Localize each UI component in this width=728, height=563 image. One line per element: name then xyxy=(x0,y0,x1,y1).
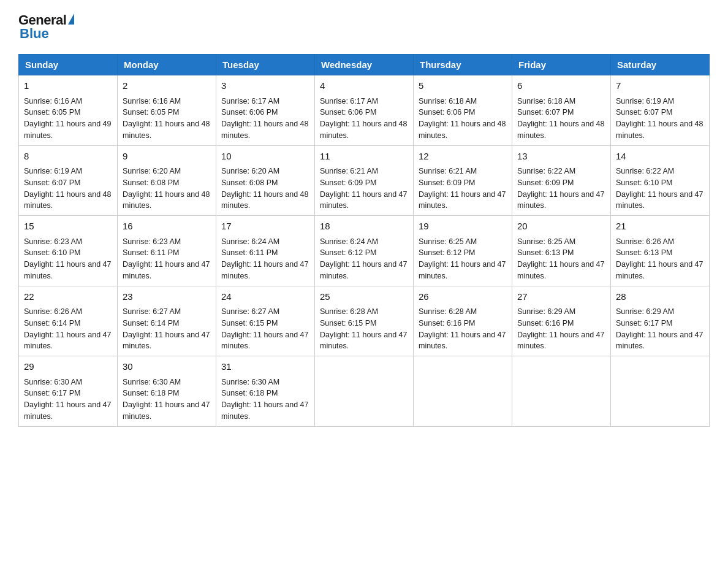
sunset-text: Sunset: 6:16 PM xyxy=(517,318,605,329)
day-number: 26 xyxy=(419,290,507,304)
daylight-text: Daylight: 11 hours and 47 minutes. xyxy=(320,329,408,353)
sunset-text: Sunset: 6:14 PM xyxy=(123,318,211,329)
calendar-cell xyxy=(611,356,710,427)
sunrise-text: Sunrise: 6:26 AM xyxy=(24,306,112,318)
calendar-cell: 10Sunrise: 6:20 AMSunset: 6:08 PMDayligh… xyxy=(216,145,315,216)
daylight-text: Daylight: 11 hours and 48 minutes. xyxy=(123,189,211,212)
calendar-cell xyxy=(512,356,611,427)
daylight-text: Daylight: 11 hours and 47 minutes. xyxy=(221,329,309,353)
daylight-text: Daylight: 11 hours and 47 minutes. xyxy=(123,329,211,353)
sunset-text: Sunset: 6:17 PM xyxy=(24,388,112,399)
daylight-text: Daylight: 11 hours and 47 minutes. xyxy=(123,259,211,282)
sunrise-text: Sunrise: 6:27 AM xyxy=(221,306,309,318)
calendar-cell: 11Sunrise: 6:21 AMSunset: 6:09 PMDayligh… xyxy=(315,145,414,216)
sunset-text: Sunset: 6:07 PM xyxy=(616,107,704,118)
sunrise-text: Sunrise: 6:16 AM xyxy=(24,96,112,107)
daylight-text: Daylight: 11 hours and 47 minutes. xyxy=(221,399,309,423)
sunrise-text: Sunrise: 6:25 AM xyxy=(419,236,507,248)
day-number: 7 xyxy=(616,79,704,93)
calendar-cell: 14Sunrise: 6:22 AMSunset: 6:10 PMDayligh… xyxy=(611,145,710,216)
sunrise-text: Sunrise: 6:30 AM xyxy=(24,377,112,388)
calendar-cell: 16Sunrise: 6:23 AMSunset: 6:11 PMDayligh… xyxy=(118,216,216,286)
day-number: 18 xyxy=(320,220,408,234)
sunrise-text: Sunrise: 6:19 AM xyxy=(24,166,112,177)
calendar-cell: 31Sunrise: 6:30 AMSunset: 6:18 PMDayligh… xyxy=(216,356,315,427)
week-row-4: 22Sunrise: 6:26 AMSunset: 6:14 PMDayligh… xyxy=(19,286,710,356)
day-number: 4 xyxy=(320,79,408,93)
day-number: 21 xyxy=(616,220,704,234)
sunset-text: Sunset: 6:11 PM xyxy=(123,247,211,259)
day-number: 25 xyxy=(320,290,408,304)
sunset-text: Sunset: 6:09 PM xyxy=(517,177,605,189)
calendar-cell: 19Sunrise: 6:25 AMSunset: 6:12 PMDayligh… xyxy=(414,216,512,286)
daylight-text: Daylight: 11 hours and 48 minutes. xyxy=(123,118,211,142)
daylight-text: Daylight: 11 hours and 47 minutes. xyxy=(24,399,112,423)
day-number: 17 xyxy=(221,220,309,234)
sunrise-text: Sunrise: 6:23 AM xyxy=(123,236,211,248)
sunset-text: Sunset: 6:06 PM xyxy=(419,107,507,118)
sunrise-text: Sunrise: 6:28 AM xyxy=(320,306,408,318)
day-number: 15 xyxy=(24,220,112,234)
sunset-text: Sunset: 6:09 PM xyxy=(320,177,408,189)
sunset-text: Sunset: 6:06 PM xyxy=(320,107,408,118)
logo: General Blue xyxy=(18,12,74,42)
calendar-cell: 20Sunrise: 6:25 AMSunset: 6:13 PMDayligh… xyxy=(512,216,611,286)
header-tuesday: Tuesday xyxy=(216,55,315,75)
calendar-cell: 27Sunrise: 6:29 AMSunset: 6:16 PMDayligh… xyxy=(512,286,611,356)
daylight-text: Daylight: 11 hours and 48 minutes. xyxy=(221,118,309,142)
daylight-text: Daylight: 11 hours and 47 minutes. xyxy=(419,189,507,212)
calendar-cell: 22Sunrise: 6:26 AMSunset: 6:14 PMDayligh… xyxy=(19,286,118,356)
sunrise-text: Sunrise: 6:27 AM xyxy=(123,306,211,318)
sunrise-text: Sunrise: 6:24 AM xyxy=(221,236,309,248)
sunrise-text: Sunrise: 6:29 AM xyxy=(517,306,605,318)
sunrise-text: Sunrise: 6:21 AM xyxy=(320,166,408,177)
week-row-5: 29Sunrise: 6:30 AMSunset: 6:17 PMDayligh… xyxy=(19,356,710,427)
daylight-text: Daylight: 11 hours and 47 minutes. xyxy=(517,189,605,212)
calendar-cell: 1Sunrise: 6:16 AMSunset: 6:05 PMDaylight… xyxy=(19,75,118,146)
daylight-text: Daylight: 11 hours and 47 minutes. xyxy=(419,259,507,282)
week-row-3: 15Sunrise: 6:23 AMSunset: 6:10 PMDayligh… xyxy=(19,216,710,286)
sunrise-text: Sunrise: 6:20 AM xyxy=(123,166,211,177)
daylight-text: Daylight: 11 hours and 47 minutes. xyxy=(24,329,112,353)
calendar-cell xyxy=(315,356,414,427)
calendar-cell: 25Sunrise: 6:28 AMSunset: 6:15 PMDayligh… xyxy=(315,286,414,356)
day-number: 12 xyxy=(419,150,507,164)
sunset-text: Sunset: 6:05 PM xyxy=(123,107,211,118)
calendar-cell: 2Sunrise: 6:16 AMSunset: 6:05 PMDaylight… xyxy=(118,75,216,146)
sunset-text: Sunset: 6:16 PM xyxy=(419,318,507,329)
day-number: 8 xyxy=(24,150,112,164)
daylight-text: Daylight: 11 hours and 48 minutes. xyxy=(24,189,112,212)
sunrise-text: Sunrise: 6:26 AM xyxy=(616,236,704,248)
header-wednesday: Wednesday xyxy=(315,55,414,75)
calendar-cell: 5Sunrise: 6:18 AMSunset: 6:06 PMDaylight… xyxy=(414,75,512,146)
sunset-text: Sunset: 6:10 PM xyxy=(616,177,704,189)
sunrise-text: Sunrise: 6:23 AM xyxy=(24,236,112,248)
day-number: 16 xyxy=(123,220,211,234)
day-number: 10 xyxy=(221,150,309,164)
daylight-text: Daylight: 11 hours and 47 minutes. xyxy=(616,329,704,353)
day-number: 11 xyxy=(320,150,408,164)
header-sunday: Sunday xyxy=(19,55,118,75)
sunset-text: Sunset: 6:14 PM xyxy=(24,318,112,329)
daylight-text: Daylight: 11 hours and 48 minutes. xyxy=(320,118,408,142)
logo-blue-text: Blue xyxy=(20,26,49,42)
sunrise-text: Sunrise: 6:20 AM xyxy=(221,166,309,177)
sunset-text: Sunset: 6:17 PM xyxy=(616,318,704,329)
day-number: 20 xyxy=(517,220,605,234)
daylight-text: Daylight: 11 hours and 47 minutes. xyxy=(320,189,408,212)
sunrise-text: Sunrise: 6:21 AM xyxy=(419,166,507,177)
logo-triangle-icon xyxy=(68,13,74,25)
day-number: 9 xyxy=(123,150,211,164)
day-number: 27 xyxy=(517,290,605,304)
sunrise-text: Sunrise: 6:17 AM xyxy=(320,96,408,107)
daylight-text: Daylight: 11 hours and 49 minutes. xyxy=(24,118,112,142)
header-friday: Friday xyxy=(512,55,611,75)
day-number: 14 xyxy=(616,150,704,164)
page-header: General Blue xyxy=(18,12,710,42)
daylight-text: Daylight: 11 hours and 48 minutes. xyxy=(221,189,309,212)
calendar-cell: 8Sunrise: 6:19 AMSunset: 6:07 PMDaylight… xyxy=(19,145,118,216)
calendar-cell: 30Sunrise: 6:30 AMSunset: 6:18 PMDayligh… xyxy=(118,356,216,427)
sunset-text: Sunset: 6:13 PM xyxy=(616,247,704,259)
calendar-cell: 23Sunrise: 6:27 AMSunset: 6:14 PMDayligh… xyxy=(118,286,216,356)
sunrise-text: Sunrise: 6:22 AM xyxy=(517,166,605,177)
